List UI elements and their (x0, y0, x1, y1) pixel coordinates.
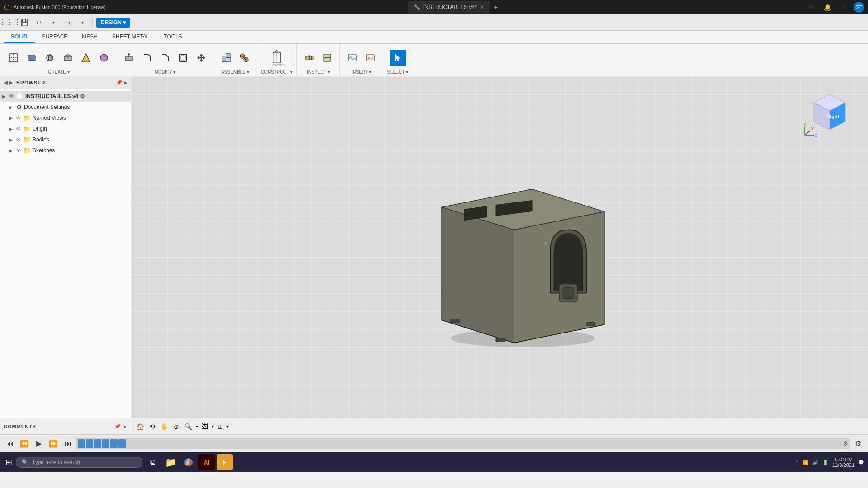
camera-orbit-btn[interactable]: ⟲ (148, 421, 157, 432)
comments-expand-icon[interactable]: ▸ (124, 423, 127, 430)
fillet-btn[interactable] (139, 50, 155, 66)
task-view-btn[interactable]: ⧉ (144, 454, 160, 470)
measure-btn[interactable] (301, 50, 317, 66)
zoom-arrow[interactable]: ▾ (196, 424, 198, 429)
timeline-marker-6[interactable] (118, 439, 126, 448)
sketches-item[interactable]: ▶ 👁 📁 Sketches (0, 145, 131, 156)
tab-mesh[interactable]: MESH (75, 31, 105, 43)
inspect-label[interactable]: INSPECT ▾ (307, 70, 330, 75)
timeline-play-btn[interactable]: ▶ (33, 437, 45, 450)
revolve-btn[interactable] (42, 50, 58, 66)
redo-arrow[interactable]: ▾ (76, 16, 89, 29)
file-icon[interactable]: 💾 (18, 16, 31, 29)
nav-cube[interactable]: X Z Y Right (800, 85, 859, 144)
timeline-marker-1[interactable] (78, 439, 85, 448)
grid-arrow[interactable]: ▾ (226, 424, 229, 429)
notification-center-icon[interactable]: 💬 (858, 460, 864, 465)
timeline-end-btn[interactable]: ⏭ (61, 437, 74, 450)
sketches-eye-icon[interactable]: 👁 (16, 148, 21, 153)
bodies-item[interactable]: ▶ 👁 📁 Bodies (0, 134, 131, 145)
volume-icon[interactable]: 🔊 (812, 460, 819, 465)
timeline-track[interactable]: ⚙ (76, 438, 850, 449)
show-hidden-icons[interactable]: ⌃ (795, 460, 799, 465)
windows-start-btn[interactable]: ⊞ (4, 455, 14, 469)
timeline-marker-3[interactable] (94, 439, 101, 448)
primitive-btn[interactable] (96, 50, 112, 66)
assemble-label[interactable]: ASSEMBLE ▾ (221, 70, 249, 75)
new-tab-btn[interactable]: + (490, 1, 502, 14)
timeline-start-btn[interactable]: ⏮ (4, 437, 16, 450)
origin-item[interactable]: ▶ 👁 📁 Origin (0, 123, 131, 134)
section-analysis-btn[interactable] (78, 50, 94, 66)
browser-pin-icon[interactable]: 📌 (116, 80, 123, 86)
modify-label[interactable]: MODIFY ▾ (155, 70, 175, 75)
hole-btn[interactable] (60, 50, 76, 66)
document-tab[interactable]: 🔧 INSTRUCTABLES v4* ✕ (408, 1, 490, 14)
home-view-btn[interactable]: 🏠 (135, 421, 146, 432)
chamfer-btn[interactable] (157, 50, 173, 66)
insert-image-btn[interactable] (344, 50, 360, 66)
taskbar-illustrator-icon[interactable]: Ai (198, 454, 215, 470)
root-node[interactable]: ▶ 👁 📄 INSTRUCTABLES v4 ⚙ (0, 91, 131, 102)
undo-arrow[interactable]: ▾ (47, 16, 60, 29)
timeline-prev-btn[interactable]: ⏪ (18, 437, 31, 450)
joint-btn[interactable] (236, 50, 252, 66)
bodies-eye-icon[interactable]: 👁 (16, 137, 21, 142)
move-btn[interactable] (193, 50, 209, 66)
create-sketch-btn[interactable] (5, 50, 22, 66)
comments-pin-icon[interactable]: 📌 (114, 423, 121, 430)
refresh-icon[interactable]: ⟳ (805, 1, 817, 14)
pan-btn[interactable]: ✋ (159, 421, 170, 432)
timeline-marker-4[interactable] (102, 439, 109, 448)
tab-surface[interactable]: SURFACE (35, 31, 75, 43)
shell-btn[interactable] (175, 50, 191, 66)
battery-icon[interactable]: 🔋 (822, 460, 829, 465)
taskbar-chrome-icon[interactable] (180, 454, 197, 470)
clock-display[interactable]: 1:52 PM 12/9/2021 (832, 457, 854, 468)
help-icon[interactable]: ? (837, 1, 850, 14)
undo-icon[interactable]: ↩ (33, 16, 45, 29)
timeline-marker-5[interactable] (110, 439, 118, 448)
grid-btn[interactable]: ⊞ (216, 421, 225, 432)
viewport[interactable]: X Z Y Right 🏠 ⟲ ✋ ⊕ 🔍 ▾ 🖼 ▾ (131, 76, 868, 434)
named-views-item[interactable]: ▶ 👁 📁 Named Views (0, 113, 131, 123)
root-settings-icon[interactable]: ⚙ (80, 93, 85, 99)
browser-expand-icon[interactable]: ▸ (124, 80, 127, 86)
browser-back-icon[interactable]: ◀ (4, 80, 8, 86)
named-views-eye-icon[interactable]: 👁 (16, 115, 21, 121)
construct-main-btn[interactable]: CONSTRUCT (267, 48, 287, 68)
timeline-settings-icon[interactable]: ⚙ (852, 437, 864, 450)
user-icon[interactable]: GT (854, 2, 864, 13)
taskbar-fusion-icon[interactable]: F (217, 454, 233, 470)
tab-tools[interactable]: TOOLS (156, 31, 189, 43)
display-mode-btn[interactable]: 🖼 (200, 421, 210, 432)
tab-close-icon[interactable]: ✕ (480, 4, 484, 10)
zoom-extent-btn[interactable]: ⊕ (172, 421, 181, 432)
tab-solid[interactable]: SOLID (4, 31, 35, 43)
construct-label[interactable]: CONSTRUCT ▾ (261, 70, 292, 75)
browser-forward-icon[interactable]: ▶ (9, 80, 13, 86)
timeline-marker-2[interactable] (86, 439, 93, 448)
press-pull-btn[interactable] (121, 50, 137, 66)
insert-label[interactable]: INSERT ▾ (351, 70, 371, 75)
taskbar-explorer-icon[interactable]: 📁 (162, 454, 179, 470)
redo-icon[interactable]: ↪ (61, 16, 74, 29)
zoom-btn[interactable]: 🔍 (183, 421, 194, 432)
root-eye-icon[interactable]: 👁 (9, 94, 14, 99)
design-button[interactable]: DESIGN ▾ (96, 18, 130, 28)
taskbar-search[interactable]: 🔍 Type here to search (16, 457, 142, 468)
extrude-btn[interactable] (24, 50, 40, 66)
doc-settings-item[interactable]: ▶ ⚙ Document Settings (0, 102, 131, 113)
select-btn[interactable] (390, 50, 406, 66)
new-component-btn[interactable] (218, 50, 234, 66)
origin-eye-icon[interactable]: 👁 (16, 126, 21, 131)
notification-icon[interactable]: 🔔 (821, 1, 834, 14)
network-icon[interactable]: 📶 (802, 460, 809, 465)
tab-sheet-metal[interactable]: SHEET METAL (105, 31, 156, 43)
insert-svg-btn[interactable]: SVG (362, 50, 378, 66)
create-label[interactable]: CREATE ▾ (48, 70, 70, 75)
timeline-next-btn[interactable]: ⏩ (47, 437, 60, 450)
select-label[interactable]: SELECT ▾ (387, 70, 408, 75)
display-mode-arrow[interactable]: ▾ (212, 424, 214, 429)
app-menu-icon[interactable]: ⋮⋮⋮ (4, 16, 16, 29)
